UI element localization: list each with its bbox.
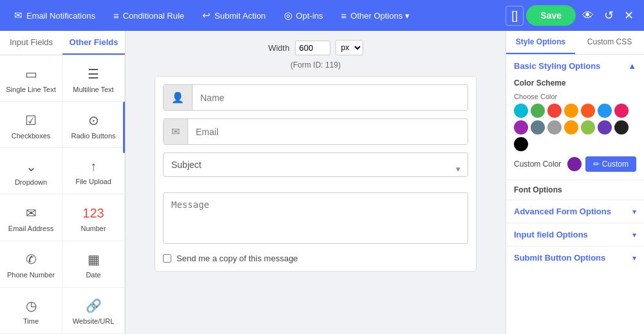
field-item-dropdown[interactable]: ⌄ Dropdown xyxy=(0,148,62,194)
color-dot-13[interactable] xyxy=(614,120,629,135)
font-options-label: Font Options xyxy=(506,180,644,199)
choose-color-label: Choose Color xyxy=(514,93,636,100)
color-dot-10[interactable] xyxy=(564,120,578,135)
field-item-email-address[interactable]: ✉ Email Address xyxy=(0,194,62,241)
color-dot-14[interactable] xyxy=(514,137,528,151)
input-field-options-title: Input field Options xyxy=(514,230,588,239)
nav-email-notifications[interactable]: ✉ Email Notifications xyxy=(6,6,103,25)
form-canvas: 👤 ✉ Subject Send me a copy of this messa… xyxy=(155,76,477,272)
field-icon-dropdown: ⌄ xyxy=(26,159,37,174)
field-item-multiline-text[interactable]: ☰ Multiline Text xyxy=(62,55,125,102)
submit-button-options-header[interactable]: Submit Button Options ▾ xyxy=(506,246,644,269)
checkbox-row: Send me a copy of this message xyxy=(163,254,468,263)
color-dot-11[interactable] xyxy=(581,120,595,135)
subject-select[interactable]: Subject xyxy=(163,153,468,177)
field-tabs: Input Fields Other Fields xyxy=(0,31,125,55)
save-button[interactable]: Save xyxy=(526,5,576,26)
basic-styling-title: Basic Styling Options xyxy=(514,61,600,71)
field-icon-file-upload: ↑ xyxy=(90,159,97,174)
width-label: Width xyxy=(268,43,289,53)
top-nav: ✉ Email Notifications ≡ Conditional Rule… xyxy=(0,0,644,31)
copy-checkbox-label: Send me a copy of this message xyxy=(176,254,298,263)
custom-color-swatch[interactable] xyxy=(567,157,582,171)
basic-styling-collapse-icon[interactable]: ▲ xyxy=(628,61,636,71)
main-layout: Input Fields Other Fields ▭ Single Line … xyxy=(0,31,644,334)
custom-color-row: Custom Color ✏ Custom xyxy=(514,156,636,172)
advanced-options-title: Advanced Form Options xyxy=(514,207,611,216)
field-icon-multiline-text: ☰ xyxy=(88,66,99,82)
field-icon-number: 123 xyxy=(82,206,104,221)
color-dot-9[interactable] xyxy=(547,120,562,135)
field-icon-time: ◷ xyxy=(26,298,37,313)
advanced-form-options-header[interactable]: Advanced Form Options ▾ xyxy=(506,200,644,223)
field-item-single-line-text[interactable]: ▭ Single Line Text xyxy=(0,55,62,102)
email-input[interactable] xyxy=(188,120,468,144)
field-icon-radio-buttons: ⊙ xyxy=(88,113,99,128)
field-icon-email-address: ✉ xyxy=(26,205,37,221)
color-dot-3[interactable] xyxy=(564,104,578,118)
custom-btn[interactable]: ✏ Custom xyxy=(585,156,636,172)
unit-select[interactable]: px % xyxy=(336,40,363,55)
field-label-radio-buttons: Radio Buttons xyxy=(71,132,115,140)
basic-styling-header: Basic Styling Options ▲ xyxy=(506,55,644,73)
name-input[interactable] xyxy=(193,86,468,109)
email-field-row: ✉ xyxy=(163,118,468,145)
field-label-email-address: Email Address xyxy=(8,225,53,232)
field-item-phone-number[interactable]: ✆ Phone Number xyxy=(0,241,62,288)
input-field-chevron-icon: ▾ xyxy=(632,230,636,239)
opt-ins-icon: ◎ xyxy=(284,10,292,21)
color-dot-7[interactable] xyxy=(514,120,528,135)
input-field-options-header[interactable]: Input field Options ▾ xyxy=(506,223,644,246)
advanced-chevron-icon: ▾ xyxy=(632,207,636,216)
copy-checkbox[interactable] xyxy=(163,254,171,263)
color-dot-5[interactable] xyxy=(598,104,612,118)
field-item-radio-buttons[interactable]: ⊙ Radio Buttons xyxy=(62,102,125,148)
field-label-website-url: Website/URL xyxy=(73,317,115,325)
nav-other-options[interactable]: ≡ Other Options ▾ xyxy=(334,6,417,25)
field-label-date: Date xyxy=(86,271,100,279)
field-label-file-upload: File Upload xyxy=(75,178,111,185)
tab-input-fields[interactable]: Input Fields xyxy=(0,31,62,55)
field-item-checkboxes[interactable]: ☑ Checkboxes xyxy=(0,102,62,148)
bracket-button[interactable]: [] xyxy=(506,6,524,26)
email-icon: ✉ xyxy=(14,10,23,21)
color-grid xyxy=(514,104,636,151)
tab-style-options[interactable]: Style Options xyxy=(506,31,575,54)
color-dot-12[interactable] xyxy=(598,120,612,135)
field-label-checkboxes: Checkboxes xyxy=(12,132,51,140)
width-input[interactable] xyxy=(295,41,330,55)
color-dot-4[interactable] xyxy=(581,104,595,118)
field-label-single-line-text: Single Line Text xyxy=(6,86,55,93)
field-item-website-url[interactable]: 🔗 Website/URL xyxy=(62,288,125,334)
field-item-file-upload[interactable]: ↑ File Upload xyxy=(62,148,125,194)
tab-other-fields[interactable]: Other Fields xyxy=(62,31,125,55)
view-icon-btn[interactable]: 👁 xyxy=(578,6,598,25)
subject-wrapper: Subject xyxy=(163,153,468,185)
nav-opt-ins[interactable]: ◎ Opt-ins xyxy=(276,6,331,25)
left-panel: Input Fields Other Fields ▭ Single Line … xyxy=(0,31,126,334)
color-dot-8[interactable] xyxy=(531,120,545,135)
basic-styling-content: Color Scheme Choose Color Custom Color ✏… xyxy=(506,73,644,180)
other-options-icon: ≡ xyxy=(341,10,347,21)
field-item-time[interactable]: ◷ Time xyxy=(0,288,62,334)
field-item-date[interactable]: ▦ Date xyxy=(62,241,125,288)
close-icon-btn[interactable]: ✕ xyxy=(620,6,638,25)
nav-conditional-rule[interactable]: ≡ Conditional Rule xyxy=(106,6,192,25)
color-dot-2[interactable] xyxy=(547,104,562,118)
field-icon-checkboxes: ☑ xyxy=(25,113,37,128)
conditional-icon: ≡ xyxy=(113,10,119,21)
message-textarea[interactable] xyxy=(163,192,468,244)
custom-color-label: Custom Color xyxy=(514,160,564,169)
undo-icon-btn[interactable]: ↺ xyxy=(600,6,618,25)
field-icon-single-line-text: ▭ xyxy=(25,66,37,82)
color-dot-6[interactable] xyxy=(614,104,629,118)
center-panel: Width px % (Form ID: 119) 👤 ✉ Subject xyxy=(126,31,506,334)
right-panel-tabs: Style Options Custom CSS xyxy=(506,31,644,55)
color-scheme-label: Color Scheme xyxy=(514,79,636,88)
field-item-number[interactable]: 123 Number xyxy=(62,194,125,241)
color-dot-0[interactable] xyxy=(514,104,528,118)
field-label-multiline-text: Multiline Text xyxy=(73,86,113,93)
nav-submit-action[interactable]: ↩ Submit Action xyxy=(194,6,274,25)
tab-custom-css[interactable]: Custom CSS xyxy=(575,31,644,54)
color-dot-1[interactable] xyxy=(531,104,545,118)
